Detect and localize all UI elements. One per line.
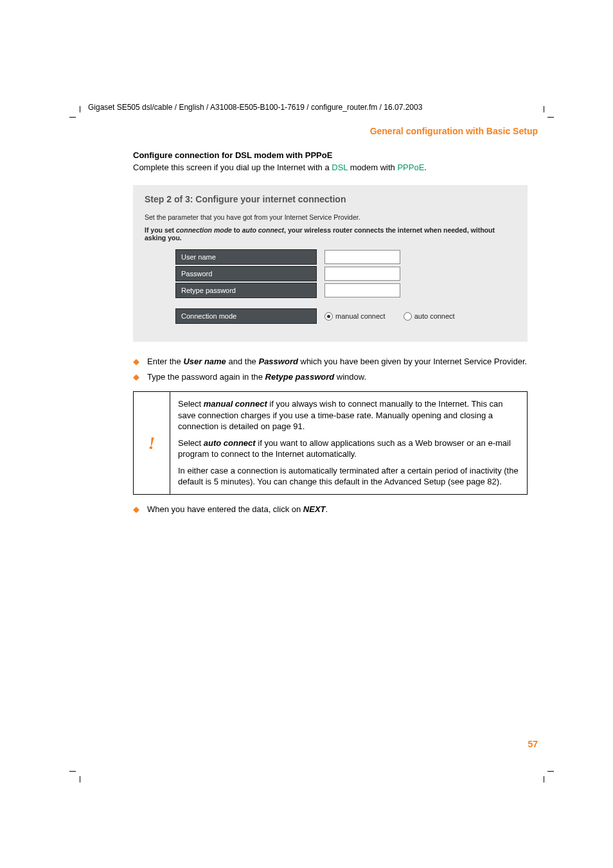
wizard-panel: Step 2 of 3: Configure your internet con… xyxy=(133,185,528,342)
manual-connect-label: manual connect xyxy=(335,312,386,320)
wizard-line2-em1: connection mode xyxy=(176,226,232,234)
intro-text-post: . xyxy=(424,163,427,172)
b1-bold2: Password xyxy=(258,357,298,366)
b3-bold: NEXT xyxy=(303,504,326,514)
password-label: Password xyxy=(175,266,317,281)
auto-connect-label: auto connect xyxy=(414,312,455,320)
username-input[interactable] xyxy=(324,250,400,264)
wizard-line2-pre: If you set xyxy=(145,226,176,234)
b1-mid: and the xyxy=(226,357,259,366)
b1-pre: Enter the xyxy=(147,357,183,366)
wizard-instruction-1: Set the parameter that you have got from… xyxy=(145,213,516,221)
instruction-bullet-2: ◆ Type the password again in the Retype … xyxy=(133,371,538,383)
instruction-bullet-3: ◆ When you have entered the data, click … xyxy=(133,504,538,515)
doc-header-path: Gigaset SE505 dsl/cable / English / A310… xyxy=(88,103,538,112)
auto-connect-radio[interactable]: auto connect xyxy=(404,312,455,321)
intro-text-mid: modem with xyxy=(348,163,397,172)
wizard-step-title: Step 2 of 3: Configure your internet con… xyxy=(145,194,516,204)
password-input[interactable] xyxy=(324,267,400,281)
note-paragraph-3: In either case a connection is automatic… xyxy=(178,465,519,488)
manual-connect-radio[interactable]: manual connect xyxy=(324,312,386,321)
note-p1-pre: Select xyxy=(178,399,204,409)
section-title: General configuration with Basic Setup xyxy=(88,126,538,136)
b1-bold1: User name xyxy=(183,357,226,366)
username-label: User name xyxy=(175,249,317,265)
b2-bold: Retype password xyxy=(265,372,335,382)
config-intro: Complete this screen if you dial up the … xyxy=(133,163,538,172)
instruction-bullet-1: ◆ Enter the User name and the Password w… xyxy=(133,356,538,368)
connection-mode-label: Connection mode xyxy=(175,308,317,324)
b1-post: which you have been given by your Intern… xyxy=(298,357,527,366)
b2-pre: Type the password again in the xyxy=(147,372,265,382)
config-heading: Configure connection for DSL modem with … xyxy=(133,150,538,160)
bullet-marker-icon: ◆ xyxy=(133,504,139,515)
note-p2-bold: auto connect xyxy=(204,438,256,448)
retype-password-label: Retype password xyxy=(175,283,317,298)
note-box: ! Select manual connect if you always wi… xyxy=(133,391,528,495)
page-number: 57 xyxy=(528,739,538,749)
pppoe-link[interactable]: PPPoE xyxy=(397,163,424,172)
retype-password-input[interactable] xyxy=(324,283,400,297)
wizard-line2-mid: to xyxy=(232,226,242,234)
b3-pre: When you have entered the data, click on xyxy=(147,504,303,514)
bullet-marker-icon: ◆ xyxy=(133,356,139,368)
note-p1-bold: manual connect xyxy=(204,399,267,409)
wizard-instruction-2: If you set connection mode to auto conne… xyxy=(145,226,516,242)
note-p2-pre: Select xyxy=(178,438,204,448)
intro-text-pre: Complete this screen if you dial up the … xyxy=(133,163,332,172)
radio-selected-icon xyxy=(324,312,333,321)
note-paragraph-1: Select manual connect if you always wish… xyxy=(178,398,519,432)
b3-post: . xyxy=(326,504,328,514)
b2-post: window. xyxy=(334,372,366,382)
radio-unselected-icon xyxy=(404,312,412,321)
dsl-link[interactable]: DSL xyxy=(332,163,348,172)
note-paragraph-2: Select auto connect if you want to allow… xyxy=(178,438,519,460)
note-icon: ! xyxy=(134,392,170,494)
wizard-line2-em2: auto connect xyxy=(242,226,284,234)
bullet-marker-icon: ◆ xyxy=(133,371,139,383)
